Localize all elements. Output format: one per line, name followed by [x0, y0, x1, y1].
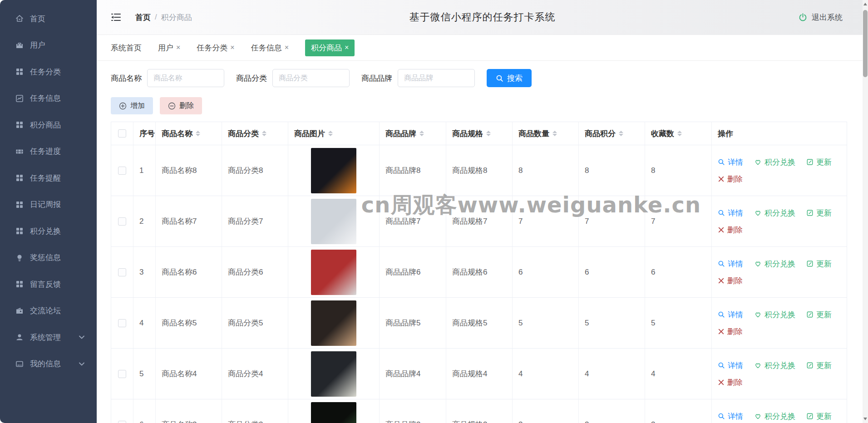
detail-link[interactable]: 详情	[718, 157, 743, 167]
sort-icon[interactable]	[419, 131, 424, 136]
exchange-link[interactable]: 积分兑换	[754, 310, 795, 320]
column-header-brand[interactable]: 商品品牌	[380, 122, 446, 145]
scroll-down-arrow[interactable]	[863, 416, 868, 422]
edit-icon	[806, 362, 814, 369]
film-icon	[15, 147, 24, 156]
delete-link[interactable]: 删除	[718, 326, 743, 337]
search-input-category[interactable]	[272, 69, 350, 87]
exchange-link[interactable]: 积分兑换	[754, 259, 795, 269]
tab-users[interactable]: 用户 ×	[158, 43, 180, 53]
sidebar-item-feedback[interactable]: 留言反馈	[0, 271, 97, 298]
close-icon[interactable]: ×	[345, 44, 349, 52]
cell-favorites: 7	[645, 196, 712, 246]
delete-button[interactable]: 删除	[160, 97, 202, 114]
row-checkbox[interactable]	[118, 268, 126, 276]
exchange-link[interactable]: 积分兑换	[754, 157, 795, 167]
cell-index: 5	[133, 349, 156, 399]
cell-index: 3	[133, 247, 156, 297]
sidebar-item-my-info[interactable]: 我的信息	[0, 351, 97, 378]
row-checkbox[interactable]	[118, 370, 126, 378]
collapse-sidebar-icon[interactable]	[110, 12, 122, 22]
sort-icon[interactable]	[486, 131, 491, 136]
detail-link[interactable]: 详情	[718, 310, 743, 320]
detail-link[interactable]: 详情	[718, 208, 743, 218]
sidebar-item-task-info[interactable]: 任务信息	[0, 85, 97, 112]
row-checkbox[interactable]	[118, 319, 126, 327]
row-checkbox[interactable]	[118, 217, 126, 226]
chevron-down-icon	[79, 335, 85, 339]
column-header-category[interactable]: 商品分类	[222, 122, 288, 145]
search-button[interactable]: 搜索	[487, 69, 532, 87]
sidebar-item-task-reminder[interactable]: 任务提醒	[0, 165, 97, 192]
select-all-checkbox[interactable]	[118, 129, 126, 138]
product-image	[311, 402, 356, 423]
exchange-link[interactable]: 积分兑换	[754, 208, 795, 218]
scroll-up-arrow[interactable]	[863, 1, 868, 7]
column-header-points[interactable]: 商品积分	[579, 122, 645, 145]
sidebar-item-reward-punish[interactable]: 奖惩信息	[0, 245, 97, 271]
sort-icon[interactable]	[619, 131, 623, 136]
cell-actions: 详情 积分兑换 更新 删除	[712, 349, 847, 399]
sidebar-item-label: 系统管理	[30, 332, 61, 343]
scrollbar-thumb[interactable]	[863, 10, 868, 77]
row-checkbox[interactable]	[118, 167, 126, 175]
sidebar-item-task-category[interactable]: 任务分类	[0, 59, 97, 85]
detail-link[interactable]: 详情	[718, 360, 743, 371]
tab-points-goods-active[interactable]: 积分商品 ×	[305, 39, 355, 56]
column-header-spec[interactable]: 商品规格	[446, 122, 513, 145]
logout-button[interactable]: 退出系统	[798, 12, 843, 23]
magnifier-icon	[718, 311, 725, 318]
close-icon[interactable]: ×	[230, 44, 234, 52]
delete-link[interactable]: 删除	[718, 174, 743, 184]
update-link[interactable]: 更新	[806, 157, 832, 167]
column-header-image[interactable]: 商品图片	[288, 122, 380, 145]
add-button[interactable]: 增加	[111, 97, 153, 114]
sidebar-item-points-goods[interactable]: 积分商品	[0, 112, 97, 138]
detail-link[interactable]: 详情	[718, 411, 743, 422]
search-input-name[interactable]	[147, 69, 224, 87]
cell-name: 商品名称8	[156, 145, 222, 196]
update-link[interactable]: 更新	[806, 310, 832, 320]
close-icon[interactable]: ×	[176, 44, 180, 52]
tab-system-home[interactable]: 系统首页	[111, 43, 142, 53]
delete-link[interactable]: 删除	[718, 377, 743, 388]
sort-icon[interactable]	[552, 131, 557, 136]
sort-icon[interactable]	[677, 131, 682, 136]
vertical-scrollbar[interactable]	[863, 0, 868, 423]
sort-icon[interactable]	[262, 131, 266, 136]
sidebar-item-task-progress[interactable]: 任务进度	[0, 138, 97, 165]
detail-link[interactable]: 详情	[718, 259, 743, 269]
delete-link[interactable]: 删除	[718, 275, 743, 286]
exchange-link[interactable]: 积分兑换	[754, 360, 795, 371]
tab-task-info[interactable]: 任务信息 ×	[251, 43, 289, 53]
row-checkbox[interactable]	[118, 421, 126, 423]
close-icon[interactable]: ×	[285, 44, 289, 52]
sidebar-item-users[interactable]: 用户	[0, 32, 97, 59]
update-link[interactable]: 更新	[806, 208, 832, 218]
edit-icon	[806, 209, 814, 216]
breadcrumb-home[interactable]: 首页	[135, 12, 151, 23]
update-link[interactable]: 更新	[806, 411, 832, 422]
exchange-link[interactable]: 积分兑换	[754, 411, 795, 422]
sidebar-item-label: 积分兑换	[30, 226, 61, 236]
tab-task-category[interactable]: 任务分类 ×	[197, 43, 234, 53]
update-link[interactable]: 更新	[806, 259, 832, 269]
column-header-quantity[interactable]: 商品数量	[513, 122, 579, 145]
cell-brand: 商品品牌6	[380, 247, 446, 297]
close-icon	[718, 277, 725, 284]
sidebar-item-system-management[interactable]: 系统管理	[0, 324, 97, 351]
search-input-brand[interactable]	[398, 69, 475, 87]
sort-icon[interactable]	[328, 131, 333, 136]
sidebar-item-forum[interactable]: 交流论坛	[0, 298, 97, 325]
sidebar-item-home[interactable]: 首页	[0, 5, 97, 32]
sort-icon[interactable]	[196, 131, 200, 136]
update-link[interactable]: 更新	[806, 360, 832, 371]
delete-link[interactable]: 删除	[718, 225, 743, 235]
card-icon	[15, 359, 24, 369]
page-title: 基于微信小程序的任务打卡系统	[409, 10, 556, 24]
sidebar-item-diary-report[interactable]: 日记周报	[0, 192, 97, 218]
sidebar-item-points-exchange[interactable]: 积分兑换	[0, 218, 97, 245]
column-header-favorites[interactable]: 收藏数	[645, 122, 712, 145]
cell-points: 8	[579, 145, 645, 196]
column-header-name[interactable]: 商品名称	[156, 122, 222, 145]
